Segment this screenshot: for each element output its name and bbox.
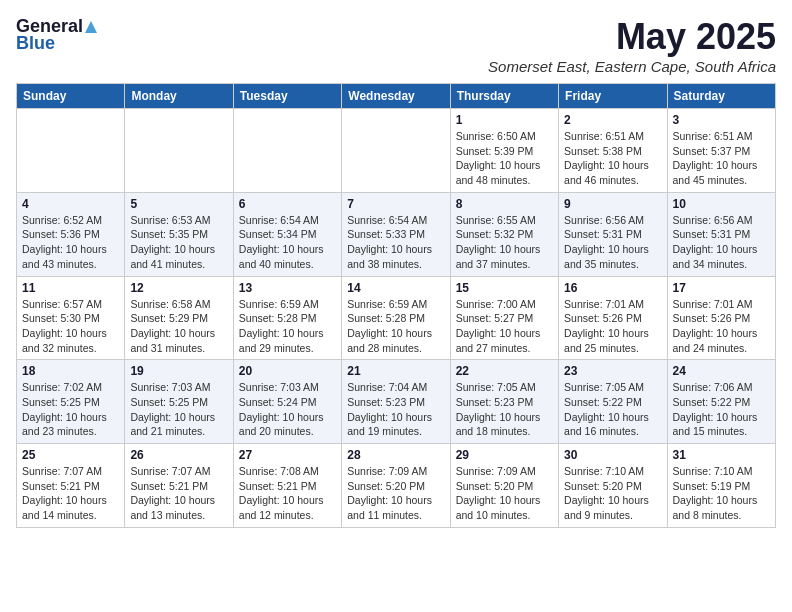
calendar-cell: 6Sunrise: 6:54 AM Sunset: 5:34 PM Daylig… bbox=[233, 192, 341, 276]
day-number: 4 bbox=[22, 197, 119, 211]
weekday-header-wednesday: Wednesday bbox=[342, 84, 450, 109]
day-info: Sunrise: 7:09 AM Sunset: 5:20 PM Dayligh… bbox=[456, 464, 553, 523]
day-info: Sunrise: 6:55 AM Sunset: 5:32 PM Dayligh… bbox=[456, 213, 553, 272]
day-info: Sunrise: 6:51 AM Sunset: 5:38 PM Dayligh… bbox=[564, 129, 661, 188]
calendar-cell: 7Sunrise: 6:54 AM Sunset: 5:33 PM Daylig… bbox=[342, 192, 450, 276]
day-number: 9 bbox=[564, 197, 661, 211]
day-number: 10 bbox=[673, 197, 770, 211]
day-info: Sunrise: 6:54 AM Sunset: 5:34 PM Dayligh… bbox=[239, 213, 336, 272]
day-number: 11 bbox=[22, 281, 119, 295]
calendar-cell: 4Sunrise: 6:52 AM Sunset: 5:36 PM Daylig… bbox=[17, 192, 125, 276]
logo-triangle-icon bbox=[84, 20, 98, 34]
day-info: Sunrise: 6:54 AM Sunset: 5:33 PM Dayligh… bbox=[347, 213, 444, 272]
calendar-cell bbox=[125, 109, 233, 193]
calendar-cell: 19Sunrise: 7:03 AM Sunset: 5:25 PM Dayli… bbox=[125, 360, 233, 444]
calendar-cell: 2Sunrise: 6:51 AM Sunset: 5:38 PM Daylig… bbox=[559, 109, 667, 193]
calendar-cell: 27Sunrise: 7:08 AM Sunset: 5:21 PM Dayli… bbox=[233, 444, 341, 528]
calendar-cell bbox=[17, 109, 125, 193]
day-number: 22 bbox=[456, 364, 553, 378]
calendar-cell: 8Sunrise: 6:55 AM Sunset: 5:32 PM Daylig… bbox=[450, 192, 558, 276]
logo: General Blue bbox=[16, 16, 98, 54]
weekday-header-saturday: Saturday bbox=[667, 84, 775, 109]
day-info: Sunrise: 7:06 AM Sunset: 5:22 PM Dayligh… bbox=[673, 380, 770, 439]
day-info: Sunrise: 6:59 AM Sunset: 5:28 PM Dayligh… bbox=[347, 297, 444, 356]
day-info: Sunrise: 7:08 AM Sunset: 5:21 PM Dayligh… bbox=[239, 464, 336, 523]
day-info: Sunrise: 7:07 AM Sunset: 5:21 PM Dayligh… bbox=[130, 464, 227, 523]
day-number: 8 bbox=[456, 197, 553, 211]
day-number: 19 bbox=[130, 364, 227, 378]
calendar-cell: 31Sunrise: 7:10 AM Sunset: 5:19 PM Dayli… bbox=[667, 444, 775, 528]
weekday-header-sunday: Sunday bbox=[17, 84, 125, 109]
day-info: Sunrise: 6:58 AM Sunset: 5:29 PM Dayligh… bbox=[130, 297, 227, 356]
day-number: 24 bbox=[673, 364, 770, 378]
calendar-cell: 17Sunrise: 7:01 AM Sunset: 5:26 PM Dayli… bbox=[667, 276, 775, 360]
weekday-header-friday: Friday bbox=[559, 84, 667, 109]
calendar-cell: 28Sunrise: 7:09 AM Sunset: 5:20 PM Dayli… bbox=[342, 444, 450, 528]
day-info: Sunrise: 7:00 AM Sunset: 5:27 PM Dayligh… bbox=[456, 297, 553, 356]
day-number: 16 bbox=[564, 281, 661, 295]
calendar-cell: 24Sunrise: 7:06 AM Sunset: 5:22 PM Dayli… bbox=[667, 360, 775, 444]
day-number: 7 bbox=[347, 197, 444, 211]
day-info: Sunrise: 7:05 AM Sunset: 5:23 PM Dayligh… bbox=[456, 380, 553, 439]
day-number: 5 bbox=[130, 197, 227, 211]
svg-marker-0 bbox=[85, 21, 97, 33]
calendar-week-row: 25Sunrise: 7:07 AM Sunset: 5:21 PM Dayli… bbox=[17, 444, 776, 528]
day-number: 2 bbox=[564, 113, 661, 127]
calendar-cell bbox=[342, 109, 450, 193]
day-info: Sunrise: 7:10 AM Sunset: 5:19 PM Dayligh… bbox=[673, 464, 770, 523]
day-info: Sunrise: 6:59 AM Sunset: 5:28 PM Dayligh… bbox=[239, 297, 336, 356]
calendar-week-row: 11Sunrise: 6:57 AM Sunset: 5:30 PM Dayli… bbox=[17, 276, 776, 360]
day-number: 17 bbox=[673, 281, 770, 295]
day-number: 28 bbox=[347, 448, 444, 462]
day-info: Sunrise: 6:56 AM Sunset: 5:31 PM Dayligh… bbox=[564, 213, 661, 272]
day-info: Sunrise: 7:03 AM Sunset: 5:25 PM Dayligh… bbox=[130, 380, 227, 439]
day-info: Sunrise: 6:52 AM Sunset: 5:36 PM Dayligh… bbox=[22, 213, 119, 272]
calendar-cell: 25Sunrise: 7:07 AM Sunset: 5:21 PM Dayli… bbox=[17, 444, 125, 528]
calendar-cell: 13Sunrise: 6:59 AM Sunset: 5:28 PM Dayli… bbox=[233, 276, 341, 360]
day-number: 30 bbox=[564, 448, 661, 462]
day-info: Sunrise: 7:04 AM Sunset: 5:23 PM Dayligh… bbox=[347, 380, 444, 439]
calendar-cell: 30Sunrise: 7:10 AM Sunset: 5:20 PM Dayli… bbox=[559, 444, 667, 528]
month-title: May 2025 bbox=[488, 16, 776, 58]
calendar-cell: 1Sunrise: 6:50 AM Sunset: 5:39 PM Daylig… bbox=[450, 109, 558, 193]
location: Somerset East, Eastern Cape, South Afric… bbox=[488, 58, 776, 75]
page-header: General Blue May 2025 Somerset East, Eas… bbox=[16, 16, 776, 75]
calendar-table: SundayMondayTuesdayWednesdayThursdayFrid… bbox=[16, 83, 776, 528]
weekday-header-monday: Monday bbox=[125, 84, 233, 109]
day-number: 25 bbox=[22, 448, 119, 462]
day-number: 14 bbox=[347, 281, 444, 295]
calendar-cell: 3Sunrise: 6:51 AM Sunset: 5:37 PM Daylig… bbox=[667, 109, 775, 193]
day-number: 21 bbox=[347, 364, 444, 378]
calendar-cell bbox=[233, 109, 341, 193]
day-number: 26 bbox=[130, 448, 227, 462]
day-number: 3 bbox=[673, 113, 770, 127]
calendar-cell: 20Sunrise: 7:03 AM Sunset: 5:24 PM Dayli… bbox=[233, 360, 341, 444]
weekday-header-tuesday: Tuesday bbox=[233, 84, 341, 109]
calendar-week-row: 18Sunrise: 7:02 AM Sunset: 5:25 PM Dayli… bbox=[17, 360, 776, 444]
calendar-cell: 26Sunrise: 7:07 AM Sunset: 5:21 PM Dayli… bbox=[125, 444, 233, 528]
day-number: 12 bbox=[130, 281, 227, 295]
day-info: Sunrise: 6:53 AM Sunset: 5:35 PM Dayligh… bbox=[130, 213, 227, 272]
calendar-cell: 22Sunrise: 7:05 AM Sunset: 5:23 PM Dayli… bbox=[450, 360, 558, 444]
weekday-header-thursday: Thursday bbox=[450, 84, 558, 109]
day-number: 18 bbox=[22, 364, 119, 378]
day-number: 6 bbox=[239, 197, 336, 211]
calendar-cell: 10Sunrise: 6:56 AM Sunset: 5:31 PM Dayli… bbox=[667, 192, 775, 276]
calendar-cell: 14Sunrise: 6:59 AM Sunset: 5:28 PM Dayli… bbox=[342, 276, 450, 360]
day-info: Sunrise: 7:07 AM Sunset: 5:21 PM Dayligh… bbox=[22, 464, 119, 523]
day-info: Sunrise: 7:09 AM Sunset: 5:20 PM Dayligh… bbox=[347, 464, 444, 523]
calendar-cell: 29Sunrise: 7:09 AM Sunset: 5:20 PM Dayli… bbox=[450, 444, 558, 528]
calendar-cell: 18Sunrise: 7:02 AM Sunset: 5:25 PM Dayli… bbox=[17, 360, 125, 444]
day-info: Sunrise: 7:01 AM Sunset: 5:26 PM Dayligh… bbox=[564, 297, 661, 356]
day-number: 1 bbox=[456, 113, 553, 127]
calendar-cell: 12Sunrise: 6:58 AM Sunset: 5:29 PM Dayli… bbox=[125, 276, 233, 360]
day-number: 31 bbox=[673, 448, 770, 462]
calendar-cell: 9Sunrise: 6:56 AM Sunset: 5:31 PM Daylig… bbox=[559, 192, 667, 276]
calendar-cell: 21Sunrise: 7:04 AM Sunset: 5:23 PM Dayli… bbox=[342, 360, 450, 444]
calendar-cell: 23Sunrise: 7:05 AM Sunset: 5:22 PM Dayli… bbox=[559, 360, 667, 444]
calendar-header-row: SundayMondayTuesdayWednesdayThursdayFrid… bbox=[17, 84, 776, 109]
header-right: May 2025 Somerset East, Eastern Cape, So… bbox=[488, 16, 776, 75]
day-number: 13 bbox=[239, 281, 336, 295]
day-info: Sunrise: 7:03 AM Sunset: 5:24 PM Dayligh… bbox=[239, 380, 336, 439]
day-info: Sunrise: 7:02 AM Sunset: 5:25 PM Dayligh… bbox=[22, 380, 119, 439]
